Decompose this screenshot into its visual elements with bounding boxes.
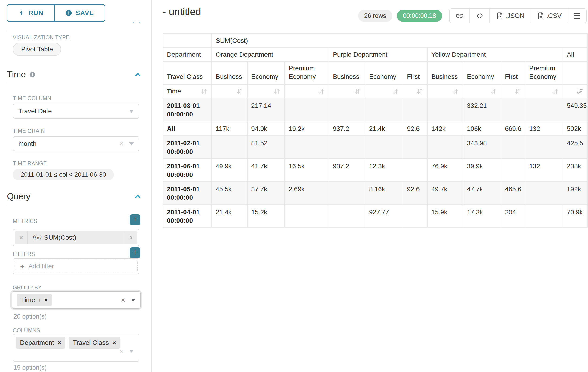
- clear-icon[interactable]: ×: [119, 140, 124, 147]
- pivot-cell: 425.5: [563, 136, 587, 159]
- pivot-subheader: Economy: [365, 62, 403, 85]
- chip-remove-icon[interactable]: ×: [58, 340, 61, 346]
- pivot-cell: 19.2k: [285, 121, 329, 136]
- columns-hint: 19 option(s): [13, 364, 47, 371]
- pivot-cell: 81.52: [247, 136, 285, 159]
- chip-info-icon[interactable]: i: [39, 297, 41, 303]
- time-column-label: TIME COLUMN: [13, 95, 51, 102]
- function-icon: f(x): [32, 234, 41, 241]
- run-button[interactable]: RUN: [7, 4, 55, 22]
- columns-select[interactable]: Department × Travel Class × ×: [13, 334, 139, 362]
- time-column-value: Travel Date: [18, 107, 52, 115]
- pivot-row: All117k94.9k19.2k937.221.4k92.6142k106k6…: [163, 121, 587, 136]
- pivot-sort-column[interactable]: [563, 85, 587, 98]
- time-range-pill[interactable]: 2011-01-01 ≤ col < 2011-06-30: [13, 169, 114, 181]
- pivot-sort-column[interactable]: [525, 85, 563, 98]
- pivot-sort-column[interactable]: [463, 85, 501, 98]
- pivot-cell: [427, 98, 463, 121]
- pivot-cell: [525, 205, 563, 228]
- group-by-chip[interactable]: Time i ×: [17, 294, 52, 306]
- chevron-down-icon: [129, 142, 134, 145]
- pivot-row: 2011-02-01 00:00:0081.52343.98425.5: [163, 136, 587, 159]
- save-button[interactable]: SAVE: [55, 4, 105, 22]
- pivot-row: 2011-04-01 00:00:0021.4k15.2k927.7715.9k…: [163, 205, 587, 228]
- collapse-chevron-icon[interactable]: [134, 71, 141, 78]
- divider: [7, 83, 141, 83]
- pivot-sort-column[interactable]: [403, 85, 427, 98]
- columns-chip[interactable]: Travel Class ×: [69, 337, 120, 349]
- pivot-row-header: 2011-04-01 00:00:00: [163, 205, 212, 228]
- pivot-cell: 15.2k: [247, 205, 285, 228]
- pivot-sort-column[interactable]: [501, 85, 525, 98]
- pivot-group-header: Purple Department: [329, 48, 427, 62]
- collapse-chevron-icon[interactable]: [134, 193, 141, 200]
- share-link-button[interactable]: [450, 9, 470, 23]
- pivot-sort-column[interactable]: [247, 85, 285, 98]
- pivot-group-header: Yellow Department: [427, 48, 563, 62]
- chevron-right-icon: [128, 234, 134, 241]
- chip-remove-icon[interactable]: ×: [44, 297, 48, 303]
- pivot-row: 2011-05-01 00:00:0045.5k37.7k2.69k8.16k9…: [163, 181, 587, 205]
- pivot-row: 2011-03-01 00:00:00217.14332.21549.35: [163, 98, 587, 121]
- clear-icon[interactable]: ×: [121, 296, 125, 304]
- add-filter-button[interactable]: +: [130, 247, 140, 258]
- add-filter-dropzone[interactable]: + Add filter: [15, 260, 137, 273]
- filters-control: + Add filter: [13, 258, 139, 274]
- pivot-cell: [525, 181, 563, 205]
- row-count-badge: 26 rows: [358, 10, 392, 22]
- pivot-cell: [329, 205, 365, 228]
- pivot-subheader: Premium Economy: [525, 62, 563, 85]
- pivot-sort-column[interactable]: [285, 85, 329, 98]
- chip-remove-icon[interactable]: ×: [113, 340, 116, 346]
- sort-icon: [490, 88, 497, 95]
- run-button-label: RUN: [29, 9, 43, 17]
- export-csv-button[interactable]: .CSV: [531, 9, 567, 23]
- add-metric-button[interactable]: +: [130, 214, 140, 225]
- time-grain-select[interactable]: month ×: [13, 136, 139, 151]
- time-range-label: TIME RANGE: [13, 160, 47, 167]
- pivot-sort-column[interactable]: [365, 85, 403, 98]
- expand-metric-button[interactable]: [124, 231, 137, 244]
- pivot-sort-time[interactable]: Time: [163, 85, 212, 98]
- panel-resize-handle[interactable]: [133, 22, 140, 23]
- pivot-cell: [525, 136, 563, 159]
- pivot-row-header: 2011-06-01 00:00:00: [163, 159, 212, 181]
- time-column-select[interactable]: Travel Date: [13, 104, 139, 118]
- pivot-group-header: Orange Department: [212, 48, 329, 62]
- pivot-subheader: Economy: [463, 62, 501, 85]
- chart-area: - untitled 26 rows 00:00:00.18 .JSON .CS…: [152, 0, 588, 372]
- pivot-row-header: All: [163, 121, 212, 136]
- pivot-sort-column[interactable]: [212, 85, 247, 98]
- columns-chip[interactable]: Department ×: [16, 337, 65, 349]
- result-toolbar: 26 rows 00:00:00.18 .JSON .CSV: [358, 8, 587, 23]
- pivot-cell: 937.2: [329, 121, 365, 136]
- metrics-control: × f(x) SUM(Cost): [13, 229, 139, 246]
- pivot-cell: 49.7k: [427, 181, 463, 205]
- export-json-button[interactable]: .JSON: [489, 9, 530, 23]
- pivot-cell: [329, 181, 365, 205]
- visualization-type-label: VISUALIZATION TYPE: [13, 34, 70, 41]
- pivot-sort-column[interactable]: [329, 85, 365, 98]
- pivot-sort-column[interactable]: [427, 85, 463, 98]
- clear-icon[interactable]: ×: [119, 347, 124, 355]
- pivot-subheader: Premium Economy: [285, 62, 329, 85]
- group-by-select[interactable]: Time i × ×: [12, 291, 141, 309]
- pivot-cell: [427, 136, 463, 159]
- visualization-type-pill[interactable]: Pivot Table: [13, 43, 61, 56]
- pivot-cell: 16.5k: [285, 159, 329, 181]
- pivot-department-corner: Department: [163, 48, 212, 62]
- info-icon[interactable]: [29, 71, 36, 78]
- pivot-cell: 49.9k: [212, 159, 247, 181]
- chart-title[interactable]: - untitled: [163, 6, 201, 17]
- view-query-button[interactable]: [470, 9, 489, 23]
- pivot-cell: [285, 98, 329, 121]
- divider: [7, 31, 141, 32]
- pivot-cell: 76.9k: [427, 159, 463, 181]
- remove-metric-icon[interactable]: ×: [15, 231, 28, 244]
- sort-icon: [416, 88, 423, 95]
- pivot-cell: [501, 98, 525, 121]
- more-options-button[interactable]: [567, 9, 586, 23]
- pivot-cell: [212, 136, 247, 159]
- code-icon: [476, 12, 483, 20]
- metric-pill[interactable]: × f(x) SUM(Cost): [15, 231, 137, 244]
